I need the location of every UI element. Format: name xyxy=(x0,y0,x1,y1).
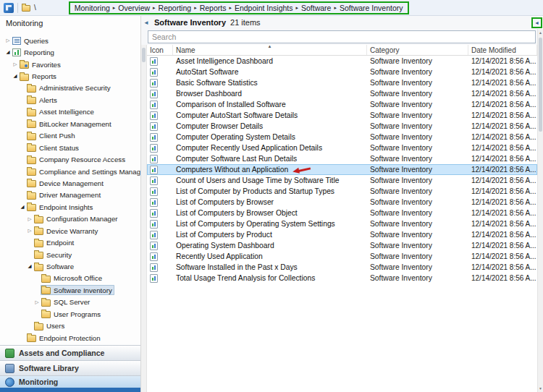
report-row[interactable]: List of Computers by Browser ObjectSoftw… xyxy=(147,208,537,218)
tree-item-content: Alerts xyxy=(26,95,59,105)
tree-item-reporting[interactable]: ◢Reporting xyxy=(0,46,140,58)
report-category: Software Inventory xyxy=(370,220,432,228)
report-category-cell: Software Inventory xyxy=(367,240,468,251)
report-row[interactable]: Computer Browser DetailsSoftware Invento… xyxy=(147,121,537,132)
report-row[interactable]: Computer Recently Used Application Detai… xyxy=(147,142,537,153)
report-category-cell: Software Inventory xyxy=(367,273,468,284)
tree-scrollbar[interactable] xyxy=(141,45,147,392)
tree-item-endpoint-insights[interactable]: ◢Endpoint Insights xyxy=(0,201,140,213)
report-row[interactable]: Computer Software Last Run DetailsSoftwa… xyxy=(147,153,537,164)
column-header-category[interactable]: Category xyxy=(367,45,468,55)
report-name-cell: Computer AutoStart Software Details xyxy=(173,110,367,121)
tree-item-label: Compliance and Settings Management xyxy=(39,168,140,176)
expander-collapsed-icon[interactable]: ▷ xyxy=(26,229,33,234)
app-icon[interactable] xyxy=(4,3,14,13)
tree-item-endpoint[interactable]: Endpoint xyxy=(0,237,140,248)
tree-item-favorites[interactable]: ▷Favorites xyxy=(0,59,140,70)
report-row[interactable]: Browser DashboardSoftware Inventory12/14… xyxy=(147,88,537,99)
tree-item-queries[interactable]: ▷Queries xyxy=(0,35,140,46)
breadcrumb-item-software-inventory[interactable]: Software Inventory xyxy=(338,4,405,12)
tree-item-compliance-and-settings-management[interactable]: Compliance and Settings Management xyxy=(0,166,140,177)
breadcrumb-item-overview[interactable]: Overview xyxy=(117,4,151,12)
report-row[interactable]: Asset Intelligence DashboardSoftware Inv… xyxy=(147,56,537,67)
column-header-date-modified[interactable]: Date Modified xyxy=(468,45,537,55)
folder-icon xyxy=(34,252,43,259)
report-row[interactable]: Computer AutoStart Software DetailsSoftw… xyxy=(147,110,537,121)
workspace-assets-and-compliance[interactable]: Assets and Compliance xyxy=(0,345,140,360)
expander-expanded-icon[interactable]: ◢ xyxy=(4,50,12,55)
tree-item-microsoft-office[interactable]: Microsoft Office xyxy=(0,273,140,284)
report-row[interactable]: List of Computers by Operating System Se… xyxy=(147,218,537,229)
expander-collapsed-icon[interactable]: ▷ xyxy=(33,300,41,305)
report-row[interactable]: Basic Software StatisticsSoftware Invent… xyxy=(147,77,537,88)
tree-item-software[interactable]: ◢Software xyxy=(0,260,140,272)
tree-item-device-warranty[interactable]: ▷Device Warranty xyxy=(0,225,140,237)
report-row[interactable]: List of Computers by ProductSoftware Inv… xyxy=(147,229,537,240)
report-row[interactable]: Recently Used ApplicationSoftware Invent… xyxy=(147,251,537,262)
column-header-name[interactable]: Name▲ xyxy=(173,45,367,55)
expander-collapsed-icon[interactable]: ▷ xyxy=(12,62,19,67)
tree-item-security[interactable]: Security xyxy=(0,249,140,260)
report-row[interactable]: Software Installed in the Past x DaysSof… xyxy=(147,262,537,273)
tree-item-driver-management[interactable]: Driver Management xyxy=(0,189,140,201)
report-row[interactable]: Comparison of Installed SoftwareSoftware… xyxy=(147,99,537,110)
tree-item-bitlocker-management[interactable]: BitLocker Management xyxy=(0,118,140,129)
tree-item-users[interactable]: Users xyxy=(0,320,140,332)
column-header-icon[interactable]: Icon xyxy=(147,45,173,55)
tree-item-company-resource-access[interactable]: Company Resource Access xyxy=(0,153,140,165)
tree-item-client-push[interactable]: Client Push xyxy=(0,130,140,142)
configuration-manager-window: \ Monitoring▸Overview▸Reporting▸Reports▸… xyxy=(0,0,543,392)
tree-item-device-management[interactable]: Device Management xyxy=(0,177,140,189)
tree-item-software-inventory[interactable]: Software Inventory xyxy=(0,284,140,296)
report-row[interactable]: AutoStart SoftwareSoftware Inventory12/1… xyxy=(147,67,537,77)
report-row[interactable]: Computers Without an ApplicationSoftware… xyxy=(147,164,537,175)
breadcrumb-item-monitoring[interactable]: Monitoring xyxy=(73,4,111,12)
collapse-pane-button[interactable]: ◄ xyxy=(143,20,150,26)
tree-item-user-programs[interactable]: User Programs xyxy=(0,308,140,320)
tree-scrollbar-thumb[interactable] xyxy=(142,48,146,62)
favorites-icon xyxy=(20,61,29,69)
reporting-icon xyxy=(12,48,21,56)
report-row[interactable]: List of Computer by Products and Startup… xyxy=(147,186,537,197)
breadcrumb-item-software[interactable]: Software xyxy=(300,4,332,12)
workspace-monitoring[interactable]: Monitoring xyxy=(0,375,140,388)
tree-item-sql-server[interactable]: ▷SQL Server xyxy=(0,297,140,308)
tree-item-label: Software Inventory xyxy=(54,286,112,294)
tree-item-reports[interactable]: ◢Reports xyxy=(0,70,140,82)
tree-item-administrative-security[interactable]: Administrative Security xyxy=(0,82,140,94)
tree-item-endpoint-protection[interactable]: Endpoint Protection xyxy=(0,332,140,344)
scroll-up-icon[interactable]: ▲ xyxy=(538,29,543,36)
report-row[interactable]: List of Computers by BrowserSoftware Inv… xyxy=(147,197,537,208)
tree-item-content: Favorites xyxy=(19,59,63,69)
workspace-software-library[interactable]: Software Library xyxy=(0,360,140,375)
expander-collapsed-icon[interactable]: ▷ xyxy=(26,217,33,222)
pane-toggle-button[interactable]: ◄ xyxy=(531,17,542,28)
report-row[interactable]: Operating System DashboardSoftware Inven… xyxy=(147,240,537,251)
tree-item-asset-intelligence[interactable]: Asset Intelligence xyxy=(0,106,140,118)
report-row[interactable]: Total Usage Trend Analysis for Collectio… xyxy=(147,273,537,284)
search-input[interactable] xyxy=(148,30,536,43)
scrollbar-thumb[interactable] xyxy=(539,38,542,132)
expander-expanded-icon[interactable]: ◢ xyxy=(26,264,33,269)
tree-item-client-status[interactable]: Client Status xyxy=(0,142,140,153)
scroll-down-icon[interactable]: ▼ xyxy=(538,385,543,392)
report-name-cell: List of Computers by Browser xyxy=(173,197,367,208)
breadcrumb-item-reports[interactable]: Reports xyxy=(198,4,228,12)
folder-icon xyxy=(41,287,51,294)
report-category: Software Inventory xyxy=(370,155,432,163)
report-row[interactable]: Computer Operating System DetailsSoftwar… xyxy=(147,132,537,142)
report-icon-cell xyxy=(147,88,173,99)
report-icon xyxy=(150,57,158,66)
expander-collapsed-icon[interactable]: ▷ xyxy=(4,38,12,43)
tree-item-configuration-manager[interactable]: ▷Configuration Manager xyxy=(0,213,140,225)
breadcrumb-item-reporting[interactable]: Reporting xyxy=(157,4,193,12)
expander-expanded-icon[interactable]: ◢ xyxy=(12,74,19,79)
report-icon-cell xyxy=(147,251,173,262)
breadcrumb-item-endpoint-insights[interactable]: Endpoint Insights xyxy=(233,4,295,12)
folder-icon xyxy=(41,276,51,283)
report-row[interactable]: Count of Users and Usage Time by Softwar… xyxy=(147,175,537,186)
report-name: Browser Dashboard xyxy=(176,90,242,98)
expander-expanded-icon[interactable]: ◢ xyxy=(19,205,26,210)
vertical-scrollbar[interactable]: ▲ ▼ xyxy=(537,29,543,392)
tree-item-alerts[interactable]: Alerts xyxy=(0,94,140,106)
